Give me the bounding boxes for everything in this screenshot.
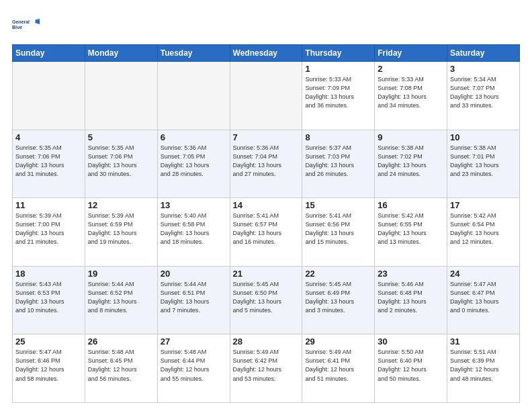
calendar-cell: 28Sunrise: 5:49 AMSunset: 6:42 PMDayligh…: [230, 334, 302, 403]
day-info: Sunrise: 5:35 AMSunset: 7:06 PMDaylight:…: [15, 144, 82, 179]
calendar-cell: 15Sunrise: 5:41 AMSunset: 6:56 PMDayligh…: [302, 198, 375, 267]
calendar-cell: 25Sunrise: 5:47 AMSunset: 6:46 PMDayligh…: [13, 334, 85, 403]
day-number: 30: [378, 336, 444, 347]
calendar-cell: 10Sunrise: 5:38 AMSunset: 7:01 PMDayligh…: [447, 130, 520, 198]
day-info: Sunrise: 5:48 AMSunset: 6:44 PMDaylight:…: [161, 348, 227, 383]
day-number: 16: [378, 200, 444, 210]
calendar-header-friday: Friday: [375, 45, 447, 62]
page: General Blue SundayMondayTuesdayWednesda…: [0, 0, 532, 411]
calendar-cell: 2Sunrise: 5:33 AMSunset: 7:08 PMDaylight…: [375, 62, 447, 130]
calendar-cell: 23Sunrise: 5:46 AMSunset: 6:48 PMDayligh…: [375, 266, 447, 334]
calendar-cell: 11Sunrise: 5:39 AMSunset: 7:00 PMDayligh…: [13, 198, 85, 267]
day-info: Sunrise: 5:39 AMSunset: 6:59 PMDaylight:…: [88, 212, 154, 246]
day-number: 17: [450, 200, 517, 210]
day-info: Sunrise: 5:41 AMSunset: 6:57 PMDaylight:…: [233, 212, 300, 246]
calendar-cell: 9Sunrise: 5:38 AMSunset: 7:02 PMDaylight…: [375, 130, 447, 198]
calendar-cell: 6Sunrise: 5:36 AMSunset: 7:05 PMDaylight…: [157, 130, 230, 198]
svg-text:General: General: [12, 19, 30, 24]
day-info: Sunrise: 5:43 AMSunset: 6:53 PMDaylight:…: [15, 280, 82, 315]
day-info: Sunrise: 5:46 AMSunset: 6:48 PMDaylight:…: [378, 280, 444, 315]
day-number: 13: [161, 200, 227, 210]
day-info: Sunrise: 5:48 AMSunset: 6:45 PMDaylight:…: [88, 348, 154, 383]
day-number: 31: [450, 336, 517, 347]
day-number: 21: [233, 269, 300, 279]
day-number: 29: [305, 336, 371, 347]
logo: General Blue: [12, 12, 40, 38]
day-number: 7: [233, 132, 300, 142]
calendar-cell: 29Sunrise: 5:49 AMSunset: 6:41 PMDayligh…: [302, 334, 375, 403]
calendar-cell: 16Sunrise: 5:42 AMSunset: 6:55 PMDayligh…: [375, 198, 447, 267]
day-number: 22: [305, 269, 371, 279]
calendar-week-row: 11Sunrise: 5:39 AMSunset: 7:00 PMDayligh…: [13, 198, 520, 267]
day-info: Sunrise: 5:47 AMSunset: 6:47 PMDaylight:…: [450, 280, 517, 315]
calendar-cell: 7Sunrise: 5:36 AMSunset: 7:04 PMDaylight…: [230, 130, 302, 198]
calendar-cell: 24Sunrise: 5:47 AMSunset: 6:47 PMDayligh…: [447, 266, 520, 334]
day-number: 8: [305, 132, 371, 142]
day-number: 26: [88, 336, 154, 347]
calendar-header-tuesday: Tuesday: [157, 45, 230, 62]
day-info: Sunrise: 5:40 AMSunset: 6:58 PMDaylight:…: [161, 212, 227, 246]
calendar-header-wednesday: Wednesday: [230, 45, 302, 62]
calendar-cell: 8Sunrise: 5:37 AMSunset: 7:03 PMDaylight…: [302, 130, 375, 198]
day-number: 24: [450, 269, 517, 279]
calendar-cell: 20Sunrise: 5:44 AMSunset: 6:51 PMDayligh…: [157, 266, 230, 334]
calendar-cell: [85, 62, 157, 130]
day-info: Sunrise: 5:49 AMSunset: 6:41 PMDaylight:…: [305, 348, 371, 383]
calendar-cell: 1Sunrise: 5:33 AMSunset: 7:09 PMDaylight…: [302, 62, 375, 130]
calendar-cell: 17Sunrise: 5:42 AMSunset: 6:54 PMDayligh…: [447, 198, 520, 267]
day-info: Sunrise: 5:45 AMSunset: 6:50 PMDaylight:…: [233, 280, 300, 315]
day-info: Sunrise: 5:36 AMSunset: 7:05 PMDaylight:…: [161, 144, 227, 179]
day-number: 14: [233, 200, 300, 210]
day-info: Sunrise: 5:51 AMSunset: 6:39 PMDaylight:…: [450, 348, 517, 383]
calendar-week-row: 18Sunrise: 5:43 AMSunset: 6:53 PMDayligh…: [13, 266, 520, 334]
day-info: Sunrise: 5:37 AMSunset: 7:03 PMDaylight:…: [305, 144, 371, 179]
day-info: Sunrise: 5:33 AMSunset: 7:08 PMDaylight:…: [378, 75, 444, 110]
calendar-cell: 22Sunrise: 5:45 AMSunset: 6:49 PMDayligh…: [302, 266, 375, 334]
day-number: 1: [305, 64, 371, 74]
calendar-cell: 12Sunrise: 5:39 AMSunset: 6:59 PMDayligh…: [85, 198, 157, 267]
day-number: 12: [88, 200, 154, 210]
day-info: Sunrise: 5:38 AMSunset: 7:02 PMDaylight:…: [378, 144, 444, 179]
header: General Blue: [12, 12, 520, 38]
calendar-cell: 19Sunrise: 5:44 AMSunset: 6:52 PMDayligh…: [85, 266, 157, 334]
calendar-cell: [230, 62, 302, 130]
day-info: Sunrise: 5:34 AMSunset: 7:07 PMDaylight:…: [450, 75, 517, 110]
calendar-header-monday: Monday: [85, 45, 157, 62]
day-number: 19: [88, 269, 154, 279]
day-info: Sunrise: 5:35 AMSunset: 7:06 PMDaylight:…: [88, 144, 154, 179]
calendar-week-row: 25Sunrise: 5:47 AMSunset: 6:46 PMDayligh…: [13, 334, 520, 403]
calendar-cell: 26Sunrise: 5:48 AMSunset: 6:45 PMDayligh…: [85, 334, 157, 403]
logo-svg: General Blue: [12, 12, 40, 38]
day-number: 11: [15, 200, 82, 210]
day-number: 18: [15, 269, 82, 279]
calendar-cell: 21Sunrise: 5:45 AMSunset: 6:50 PMDayligh…: [230, 266, 302, 334]
calendar-table: SundayMondayTuesdayWednesdayThursdayFrid…: [12, 44, 520, 403]
day-number: 15: [305, 200, 371, 210]
day-number: 10: [450, 132, 517, 142]
day-info: Sunrise: 5:39 AMSunset: 7:00 PMDaylight:…: [15, 212, 82, 246]
day-info: Sunrise: 5:33 AMSunset: 7:09 PMDaylight:…: [305, 75, 371, 110]
day-number: 6: [161, 132, 227, 142]
calendar-cell: 30Sunrise: 5:50 AMSunset: 6:40 PMDayligh…: [375, 334, 447, 403]
calendar-header-row: SundayMondayTuesdayWednesdayThursdayFrid…: [13, 45, 520, 62]
day-info: Sunrise: 5:38 AMSunset: 7:01 PMDaylight:…: [450, 144, 517, 179]
day-info: Sunrise: 5:47 AMSunset: 6:46 PMDaylight:…: [15, 348, 82, 383]
day-number: 2: [378, 64, 444, 74]
day-info: Sunrise: 5:44 AMSunset: 6:51 PMDaylight:…: [161, 280, 227, 315]
calendar-cell: 5Sunrise: 5:35 AMSunset: 7:06 PMDaylight…: [85, 130, 157, 198]
day-info: Sunrise: 5:41 AMSunset: 6:56 PMDaylight:…: [305, 212, 371, 246]
calendar-cell: [13, 62, 85, 130]
day-number: 27: [161, 336, 227, 347]
calendar-week-row: 4Sunrise: 5:35 AMSunset: 7:06 PMDaylight…: [13, 130, 520, 198]
day-info: Sunrise: 5:42 AMSunset: 6:55 PMDaylight:…: [378, 212, 444, 246]
calendar-cell: 4Sunrise: 5:35 AMSunset: 7:06 PMDaylight…: [13, 130, 85, 198]
calendar-cell: 18Sunrise: 5:43 AMSunset: 6:53 PMDayligh…: [13, 266, 85, 334]
calendar-cell: 3Sunrise: 5:34 AMSunset: 7:07 PMDaylight…: [447, 62, 520, 130]
day-info: Sunrise: 5:42 AMSunset: 6:54 PMDaylight:…: [450, 212, 517, 246]
day-number: 25: [15, 336, 82, 347]
calendar-week-row: 1Sunrise: 5:33 AMSunset: 7:09 PMDaylight…: [13, 62, 520, 130]
day-number: 3: [450, 64, 517, 74]
day-number: 28: [233, 336, 300, 347]
svg-text:Blue: Blue: [12, 25, 22, 30]
calendar-cell: 31Sunrise: 5:51 AMSunset: 6:39 PMDayligh…: [447, 334, 520, 403]
